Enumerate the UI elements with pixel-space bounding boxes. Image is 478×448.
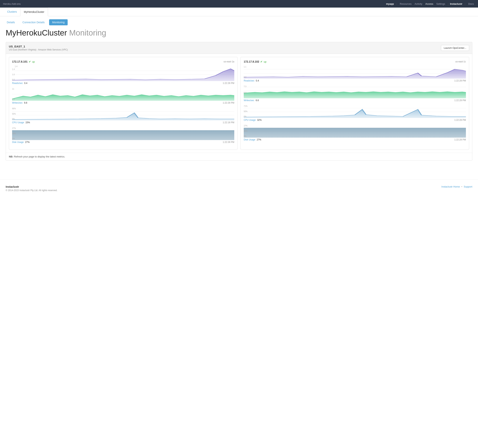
node-2-reads-chart: 1.1 0.0 — [244, 65, 466, 79]
node-1-reads-chart: 1.4 1.0 0.0 — [12, 68, 234, 81]
node-1-status: up — [32, 60, 35, 63]
node-1-reads-label-row: Reads/sec 0.4 1:22:28 PM — [12, 82, 234, 84]
cluster-header: US_EAST_1 US East (Northern Virginia) · … — [6, 42, 472, 54]
nav-access[interactable]: Access — [424, 2, 434, 5]
nav-activity[interactable]: Activity — [413, 2, 423, 5]
top-nav: Heroku Add-ons myapp → Resources Activit… — [0, 0, 478, 7]
node-1-reads-time: 1:22:28 PM — [223, 82, 234, 84]
node-1-disk-chart: 27% 20% 0% — [12, 127, 234, 140]
node-2-reads-section: 1.1 0.0 Reads/sec 0.4 1:22:28 PM — [244, 65, 466, 82]
cluster-region: US East (Northern Virginia) · Amazon Web… — [9, 48, 68, 51]
node-1-cpu-chart: 66% 50% 0% — [12, 107, 234, 120]
node-2-reads-time: 1:22:28 PM — [454, 79, 466, 82]
node-2-reads-link[interactable]: Reads/sec — [244, 79, 254, 82]
nav-resources[interactable]: Resources — [399, 2, 413, 5]
node-1-writes-label-row: Writes/sec 9.8 1:22:28 PM — [12, 102, 234, 104]
node-2-writes-chart: 7.3 5.0 — [244, 85, 466, 98]
page-title-sub: Monitoring — [69, 28, 106, 37]
cluster-info: US_EAST_1 US East (Northern Virginia) · … — [9, 45, 68, 51]
node-2-status: up — [264, 60, 266, 63]
node-2-reads-value: 0.4 — [255, 79, 259, 82]
node-1-disk-link[interactable]: Disk Usage — [12, 141, 24, 143]
node-2-cpu-label-row: CPU Usage 32% 1:22:28 PM — [244, 119, 466, 121]
node-1-writes-value: 9.8 — [23, 102, 27, 104]
node-1-disk-label-row: Disk Usage 27% 1:22:28 PM — [12, 141, 234, 143]
node-1-disk-section: 27% 20% 0% Disk Usage 27% 1:22:28 PM — [12, 127, 234, 143]
page-content: MyHerokuCluster Monitoring US_EAST_1 US … — [0, 28, 478, 168]
node-1-zone: us-east-1a — [224, 60, 234, 63]
top-nav-links: myapp → Resources Activity Access Settin… — [386, 2, 475, 5]
subtab-connection[interactable]: Connection Details — [19, 19, 48, 25]
node-1-writes-link[interactable]: Writes/sec — [12, 102, 23, 104]
node-1-reads-value: 0.4 — [24, 82, 27, 84]
page-title-main: MyHerokuCluster — [6, 28, 67, 37]
cluster-panel: US_EAST_1 US East (Northern Virginia) · … — [6, 42, 472, 160]
node-1-writes-chart: 11 0.0 — [12, 88, 234, 101]
nav-docs[interactable]: Docs — [467, 2, 475, 5]
page-tabs: Clusters MyHerokuCluster — [0, 7, 478, 16]
node-2-header: 172.17.8.102 ✔ up us-east-1c — [244, 60, 466, 63]
node-2-disk-time: 1:22:28 PM — [454, 138, 466, 141]
footer-instaclustr-home[interactable]: Instaclustr Home — [441, 185, 460, 188]
nb-detail: Refresh your page to display the latest … — [14, 155, 65, 158]
node-2-cpu-value: 32% — [256, 119, 262, 121]
node-2-reads-label-row: Reads/sec 0.4 1:22:28 PM — [244, 79, 466, 82]
svg-marker-13 — [244, 69, 466, 79]
cluster-name: US_EAST_1 — [9, 45, 68, 48]
nav-sep: | — [448, 2, 448, 5]
node-2-writes-time: 1:22:28 PM — [454, 99, 466, 102]
subtab-monitoring[interactable]: Monitoring — [49, 19, 68, 25]
footer-support[interactable]: Support — [464, 185, 472, 188]
sub-tabs: Details Connection Details Monitoring — [0, 16, 478, 28]
node-2-disk-value: 27% — [256, 138, 261, 141]
node-2-cpu-chart: 71% 50% 0% — [244, 105, 466, 118]
nb-notice: NB: Refresh your page to display the lat… — [6, 153, 472, 160]
node-1-writes-section: 11 0.0 Writes/sec 9.8 1:22:28 PM — [12, 88, 234, 104]
node-1-reads-section: 1.4 — [12, 65, 234, 84]
node-2-check-icon: ✔ — [260, 60, 263, 63]
nav-settings[interactable]: Settings — [435, 2, 446, 5]
node-2-writes-value: 6.6 — [255, 99, 259, 102]
node-2-writes-section: 7.3 5.0 Writes/sec 6.6 1:22:28 PM — [244, 85, 466, 102]
arrow-1: → — [395, 2, 397, 5]
node-2-ip: 172.17.8.102 — [244, 60, 259, 63]
node-2-cpu-section: 71% 50% 0% CPU Usage 32% 1:22:28 PM — [244, 105, 466, 121]
node-1-cpu-time: 1:22:18 PM — [223, 121, 234, 124]
node-2-writes-label-row: Writes/sec 6.6 1:22:28 PM — [244, 99, 466, 102]
svg-marker-16 — [244, 92, 466, 98]
nb-label: NB: — [9, 155, 13, 158]
nodes-container: 172.17.8.101 ✔ up us-east-1a 1.4 — [6, 54, 472, 153]
page-title: MyHerokuCluster Monitoring — [6, 28, 472, 38]
node-2-cpu-link[interactable]: CPU Usage — [244, 119, 256, 121]
node-1-disk-time: 1:22:28 PM — [223, 141, 234, 143]
app-name[interactable]: myapp — [386, 2, 394, 5]
node-1-ip: 172.17.8.101 — [12, 60, 28, 63]
node-1-disk-value: 27% — [24, 141, 30, 143]
heroku-addons-brand: Heroku Add-ons — [3, 2, 21, 5]
node-1-writes-time: 1:22:28 PM — [223, 102, 234, 104]
node-2-zone: us-east-1c — [455, 60, 466, 63]
launch-opscenter-button[interactable]: Launch OpsCenter... — [441, 45, 469, 51]
page-footer: Instaclustr © 2014-2015 Instaclustr Pty … — [0, 179, 478, 197]
subtab-details[interactable]: Details — [4, 19, 18, 25]
node-1-header: 172.17.8.101 ✔ up us-east-1a — [12, 60, 234, 63]
node-1-cpu-link[interactable]: CPU Usage — [12, 121, 24, 124]
footer-dot: • — [461, 185, 462, 188]
node-2-disk-link[interactable]: Disk Usage — [244, 138, 255, 141]
node-2-disk-chart: 27% 20% 0% — [244, 124, 466, 138]
svg-rect-22 — [244, 128, 466, 138]
node-card-1: 172.17.8.101 ✔ up us-east-1a 1.4 — [9, 57, 238, 150]
node-1-cpu-section: 66% 50% 0% CPU Usage 15% 1:22:18 PM — [12, 107, 234, 124]
footer-copy: © 2014-2015 Instaclustr Pty Ltd. All rig… — [6, 189, 57, 192]
node-2-disk-section: 27% 20% 0% Disk Usage 27% 1:22:28 PM — [244, 124, 466, 141]
node-2-writes-link[interactable]: Writes/sec — [244, 99, 254, 102]
node-2-cpu-time: 1:22:28 PM — [454, 119, 466, 121]
node-1-cpu-value: 15% — [25, 121, 30, 124]
tab-clusters[interactable]: Clusters — [4, 7, 20, 16]
node-1-check-icon: ✔ — [29, 60, 31, 63]
tab-myherokuluster[interactable]: MyHerokuCluster — [20, 7, 48, 16]
arrow-2: → — [463, 2, 466, 5]
node-card-2: 172.17.8.102 ✔ up us-east-1c — [240, 57, 469, 150]
footer-brand: Instaclustr — [6, 185, 57, 188]
node-1-reads-link[interactable]: Reads/sec — [12, 82, 23, 84]
